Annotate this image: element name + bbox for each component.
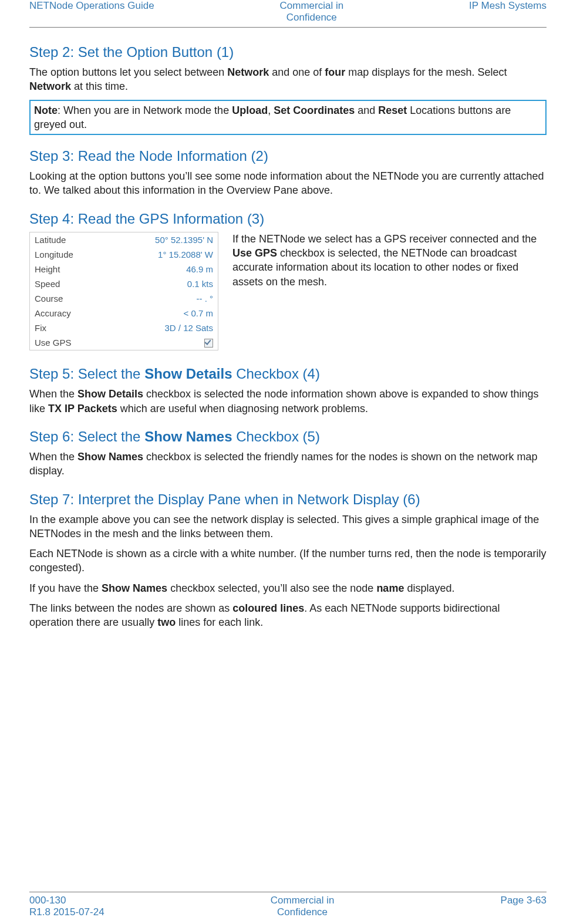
gps-label: Latitude xyxy=(30,232,108,247)
gps-value: -- . ° xyxy=(108,291,218,306)
gps-label: Longitude xyxy=(30,247,108,262)
step3-paragraph: Looking at the option buttons you’ll see… xyxy=(29,169,547,198)
use-gps-checkbox[interactable] xyxy=(204,339,213,348)
gps-usegps-row: Use GPS xyxy=(30,335,218,350)
header-center: Commercial in Confidence xyxy=(280,0,344,23)
gps-label: Course xyxy=(30,291,108,306)
footer-center: Commercial in Confidence xyxy=(271,895,335,918)
gps-label: Accuracy xyxy=(30,306,108,321)
step2-heading: Step 2: Set the Option Button (1) xyxy=(29,44,547,60)
gps-value: 0.1 kts xyxy=(108,276,218,291)
gps-row: Course-- . ° xyxy=(30,291,218,306)
step3-heading: Step 3: Read the Node Information (2) xyxy=(29,148,547,164)
gps-row: Height46.9 m xyxy=(30,262,218,276)
step4-side-paragraph: If the NETNode we select has a GPS recei… xyxy=(232,232,547,289)
footer-left: 000-130 R1.8 2015-07-24 xyxy=(29,895,104,918)
gps-row: Speed0.1 kts xyxy=(30,276,218,291)
page-footer: 000-130 R1.8 2015-07-24 Commercial in Co… xyxy=(29,892,547,918)
step4-heading: Step 4: Read the GPS Information (3) xyxy=(29,211,547,227)
step7-heading: Step 7: Interpret the Display Pane when … xyxy=(29,491,547,508)
gps-value: 1° 15.2088' W xyxy=(108,247,218,262)
gps-label: Fix xyxy=(30,321,108,335)
step2-note: Note: When you are in Network mode the U… xyxy=(29,100,547,136)
page-header: NETNode Operations Guide Commercial in C… xyxy=(29,0,547,28)
gps-value: 46.9 m xyxy=(108,262,218,276)
header-left: NETNode Operations Guide xyxy=(29,0,154,23)
gps-row: Latitude50° 52.1395' N xyxy=(30,232,218,247)
step7-p2: Each NETNode is shown as a circle with a… xyxy=(29,547,547,575)
footer-right: Page 3-63 xyxy=(501,895,547,918)
step6-paragraph: When the Show Names checkbox is selected… xyxy=(29,450,547,478)
gps-info-panel: Latitude50° 52.1395' NLongitude1° 15.208… xyxy=(29,232,218,351)
gps-value: < 0.7 m xyxy=(108,306,218,321)
step7-p4: The links between the nodes are shown as… xyxy=(29,601,547,630)
gps-row: Fix3D / 12 Sats xyxy=(30,321,218,335)
gps-value: 3D / 12 Sats xyxy=(108,321,218,335)
gps-value: 50° 52.1395' N xyxy=(108,232,218,247)
gps-row: Accuracy< 0.7 m xyxy=(30,306,218,321)
step2-paragraph: The option buttons let you select betwee… xyxy=(29,65,547,94)
step5-heading: Step 5: Select the Show Details Checkbox… xyxy=(29,366,547,382)
gps-label: Height xyxy=(30,262,108,276)
step5-paragraph: When the Show Details checkbox is select… xyxy=(29,387,547,416)
gps-usegps-label: Use GPS xyxy=(30,335,108,350)
step6-heading: Step 6: Select the Show Names Checkbox (… xyxy=(29,429,547,445)
header-right: IP Mesh Systems xyxy=(469,0,547,23)
step7-p1: In the example above you can see the net… xyxy=(29,512,547,541)
gps-label: Speed xyxy=(30,276,108,291)
step7-p3: If you have the Show Names checkbox sele… xyxy=(29,581,547,595)
gps-row: Longitude1° 15.2088' W xyxy=(30,247,218,262)
